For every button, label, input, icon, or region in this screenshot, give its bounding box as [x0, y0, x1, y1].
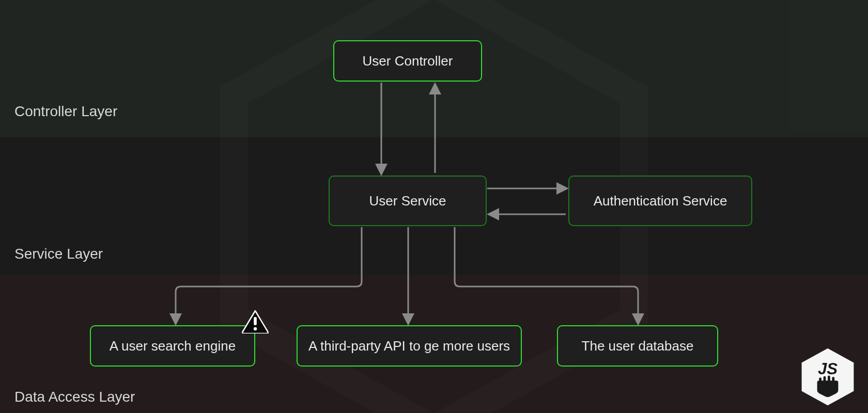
svg-rect-7: [254, 317, 257, 325]
node-user-search-engine-label: A user search engine: [110, 338, 236, 354]
node-user-database: The user database: [557, 325, 718, 367]
svg-point-8: [254, 327, 257, 330]
node-third-party-api-label: A third-party API to ge more users: [308, 338, 510, 354]
layer-data-label: Data Access Layer: [14, 389, 135, 405]
node-authentication-service: Authentication Service: [568, 176, 752, 226]
node-user-controller: User Controller: [333, 40, 482, 82]
layer-controller-label: Controller Layer: [14, 103, 117, 120]
node-authentication-service-label: Authentication Service: [594, 193, 727, 209]
node-user-database-label: The user database: [582, 338, 694, 354]
node-user-controller-label: User Controller: [363, 53, 453, 69]
layer-service-label: Service Layer: [14, 246, 103, 262]
nodejs-logo-icon: JS: [797, 346, 859, 408]
node-user-service-label: User Service: [369, 193, 446, 209]
node-third-party-api: A third-party API to ge more users: [297, 325, 522, 367]
svg-text:JS: JS: [818, 360, 838, 378]
node-user-service: User Service: [329, 176, 487, 226]
node-user-search-engine: A user search engine: [90, 325, 255, 367]
warning-icon: [242, 310, 269, 333]
